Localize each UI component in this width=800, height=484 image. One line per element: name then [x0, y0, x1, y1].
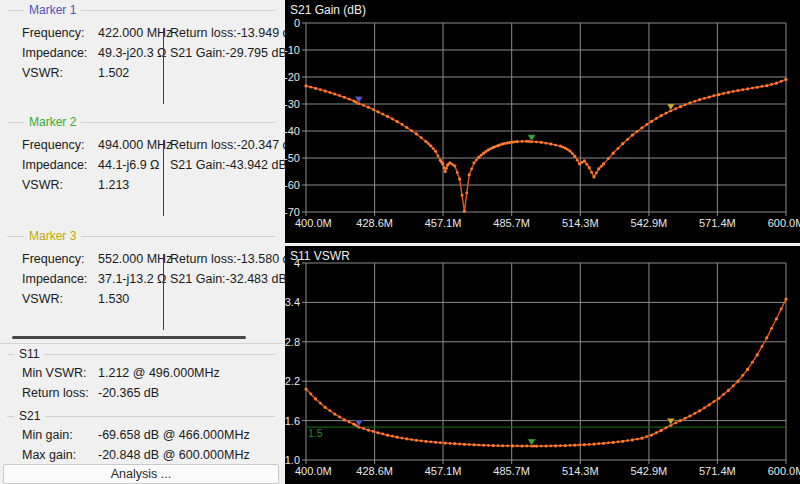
svg-text:1.5: 1.5 — [308, 427, 323, 439]
svg-text:400.0M: 400.0M — [295, 465, 332, 477]
s21-chart-title: S21 Gain (dB) — [290, 3, 366, 17]
svg-text:428.6M: 428.6M — [356, 217, 393, 229]
panel-divider — [0, 343, 283, 344]
marker-3-gain-column: Return loss:-13.580 dB S21 Gain:-32.483 … — [170, 252, 280, 292]
marker-2-impedance-column: Frequency:494.000 MHz Impedance:44.1-j6.… — [22, 138, 172, 198]
s21-summary-title: S21 — [14, 409, 45, 423]
svg-text:-30: -30 — [285, 98, 300, 110]
marker-1-gain-column: Return loss:-13.949 dB S21 Gain:-29.795 … — [170, 26, 280, 66]
vswr-chart-title: S11 VSWR — [290, 249, 350, 263]
marker-1-impedance-column: Frequency:422.000 MHz Impedance:49.3-j20… — [22, 26, 172, 86]
svg-text:-20: -20 — [285, 71, 300, 83]
column-divider — [163, 140, 164, 216]
column-divider — [163, 28, 164, 104]
svg-text:542.9M: 542.9M — [631, 465, 668, 477]
horizontal-scrollbar[interactable] — [12, 336, 246, 339]
svg-text:-40: -40 — [285, 125, 300, 137]
s21-summary-group: S21 Min gain:-69.658 dB @ 466.000MHz Max… — [4, 408, 277, 464]
marker-1-group: Marker 1 Frequency:422.000 MHz Impedance… — [4, 2, 277, 110]
marker-1-title: Marker 1 — [24, 3, 81, 17]
s21-gain-row: S21 Gain:-32.483 dB — [170, 272, 280, 292]
return-loss-row: Return loss:-13.949 dB — [170, 26, 280, 46]
svg-text:457.1M: 457.1M — [425, 217, 462, 229]
marker-3-impedance-column: Frequency:552.000 MHz Impedance:37.1-j13… — [22, 252, 172, 312]
svg-text:485.7M: 485.7M — [493, 465, 530, 477]
marker-3-title: Marker 3 — [24, 229, 81, 243]
marker-2-gain-column: Return loss:-20.347 dB S21 Gain:-43.942 … — [170, 138, 280, 178]
impedance-row: Impedance:49.3-j20.3 Ω — [22, 46, 172, 66]
vswr-row: VSWR:1.530 — [22, 292, 172, 312]
svg-text:400.0M: 400.0M — [295, 217, 332, 229]
s11-summary-header: S11 — [4, 346, 277, 362]
frequency-row: Frequency:552.000 MHz — [22, 252, 172, 272]
marker-3-header: Marker 3 — [4, 228, 277, 244]
svg-text:571.4M: 571.4M — [699, 465, 736, 477]
svg-text:485.7M: 485.7M — [493, 217, 530, 229]
marker-3-group: Marker 3 Frequency:552.000 MHz Impedance… — [4, 228, 277, 332]
s21-gain-row: S21 Gain:-43.942 dB — [170, 158, 280, 178]
chart-area: S21 Gain (dB) 400.0M428.6M457.1M485.7M51… — [285, 0, 800, 484]
svg-text:-10: -10 — [285, 44, 300, 56]
chart-marker-triangle — [528, 439, 536, 446]
return-loss-row: Return loss:-13.580 dB — [170, 252, 280, 272]
return-loss-row: Return loss:-20.365 dB — [22, 386, 220, 406]
marker-1-header: Marker 1 — [4, 2, 277, 18]
svg-text:0: 0 — [294, 17, 300, 29]
analysis-button[interactable]: Analysis ... — [3, 464, 279, 484]
svg-text:1.6: 1.6 — [285, 415, 300, 427]
svg-text:-70: -70 — [285, 206, 300, 218]
s21-gain-row: S21 Gain:-29.795 dB — [170, 46, 280, 66]
svg-text:542.9M: 542.9M — [631, 217, 668, 229]
svg-text:571.4M: 571.4M — [699, 217, 736, 229]
marker-sidebar: Marker 1 Frequency:422.000 MHz Impedance… — [0, 0, 283, 484]
svg-text:600.0M: 600.0M — [768, 217, 800, 229]
impedance-row: Impedance:44.1-j6.9 Ω — [22, 158, 172, 178]
column-divider — [163, 254, 164, 330]
s21-summary-rows: Min gain:-69.658 dB @ 466.000MHz Max gai… — [22, 428, 250, 468]
marker-2-group: Marker 2 Frequency:494.000 MHz Impedance… — [4, 114, 277, 222]
s21-summary-header: S21 — [4, 408, 277, 424]
svg-text:-60: -60 — [285, 179, 300, 191]
svg-text:457.1M: 457.1M — [425, 465, 462, 477]
svg-text:2.8: 2.8 — [285, 336, 300, 348]
svg-text:514.3M: 514.3M — [562, 465, 599, 477]
marker-2-header: Marker 2 — [4, 114, 277, 130]
vswr-row: VSWR:1.213 — [22, 178, 172, 198]
svg-text:-50: -50 — [285, 152, 300, 164]
s11-summary-rows: Min VSWR:1.212 @ 496.000MHz Return loss:… — [22, 366, 220, 406]
svg-text:1.0: 1.0 — [285, 454, 300, 466]
s11-vswr-chart[interactable]: S11 VSWR 400.0M428.6M457.1M485.7M514.3M5… — [285, 246, 800, 484]
impedance-row: Impedance:37.1-j13.2 Ω — [22, 272, 172, 292]
min-vswr-row: Min VSWR:1.212 @ 496.000MHz — [22, 366, 220, 386]
marker-2-title: Marker 2 — [24, 115, 81, 129]
svg-text:2.2: 2.2 — [285, 375, 300, 387]
svg-text:3.4: 3.4 — [285, 296, 300, 308]
chart-canvas: 400.0M428.6M457.1M485.7M514.3M542.9M571.… — [285, 0, 800, 243]
return-loss-row: Return loss:-20.347 dB — [170, 138, 280, 158]
s21-gain-chart[interactable]: S21 Gain (dB) 400.0M428.6M457.1M485.7M51… — [285, 0, 800, 243]
min-gain-row: Min gain:-69.658 dB @ 466.000MHz — [22, 428, 250, 448]
vswr-row: VSWR:1.502 — [22, 66, 172, 86]
frequency-row: Frequency:494.000 MHz — [22, 138, 172, 158]
svg-text:428.6M: 428.6M — [356, 465, 393, 477]
frequency-row: Frequency:422.000 MHz — [22, 26, 172, 46]
s11-summary-title: S11 — [14, 347, 44, 361]
s11-summary-group: S11 Min VSWR:1.212 @ 496.000MHz Return l… — [4, 346, 277, 406]
svg-text:600.0M: 600.0M — [768, 465, 800, 477]
svg-text:514.3M: 514.3M — [562, 217, 599, 229]
chart-canvas: 400.0M428.6M457.1M485.7M514.3M542.9M571.… — [285, 246, 800, 484]
